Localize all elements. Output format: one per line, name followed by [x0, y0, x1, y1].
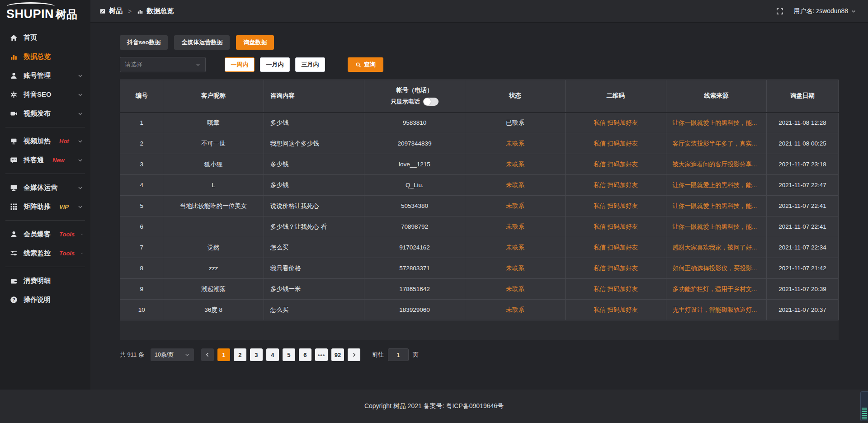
- col-id: 编号: [120, 80, 163, 113]
- cell-source-link[interactable]: 无主灯设计，智能磁吸轨道灯...: [666, 300, 766, 320]
- sidebar-item-home[interactable]: 首页: [0, 28, 90, 47]
- page-button-4[interactable]: 4: [266, 348, 279, 361]
- cell-source-link[interactable]: 让你一眼就爱上的黑科技，能...: [666, 216, 766, 237]
- sidebar-item-douyin-seo[interactable]: 抖音SEO: [0, 85, 90, 104]
- sidebar-item-consume-detail[interactable]: 消费明细: [0, 271, 90, 290]
- sidebar-item-account-mgmt[interactable]: 账号管理: [0, 66, 90, 85]
- person-icon: [10, 230, 18, 238]
- period-button-一月内[interactable]: 一月内: [260, 57, 290, 72]
- search-button[interactable]: 查询: [348, 57, 383, 72]
- sidebar-item-video-publish[interactable]: 视频发布: [0, 104, 90, 123]
- page-button-5[interactable]: 5: [283, 348, 295, 361]
- page-button-92[interactable]: 92: [331, 348, 344, 361]
- floating-widget[interactable]: [860, 391, 868, 421]
- table-row: 3狐小狸多少钱love__1215未联系私信 扫码加好友被大家追着问的客厅投影分…: [120, 154, 839, 175]
- fullscreen-icon[interactable]: [776, 8, 783, 15]
- page-size-select[interactable]: 10条/页: [151, 348, 194, 361]
- cell-qrcode-link[interactable]: 私信 扫码加好友: [566, 133, 666, 154]
- inquiry-table: 编号 客户昵称 咨询内容 帐号（电话） 只显示电话 状态 二维码 线索来源 询盘…: [120, 80, 839, 320]
- cell-qrcode-link[interactable]: 私信 扫码加好友: [566, 300, 666, 320]
- bar-chart-icon: [10, 53, 18, 61]
- cell-date: 2021-11-07 21:42: [767, 258, 839, 279]
- page-button-6[interactable]: 6: [299, 348, 311, 361]
- panel-icon: [99, 8, 106, 14]
- cell-qrcode-link[interactable]: 私信 扫码加好友: [566, 113, 666, 133]
- goto-page-input[interactable]: [388, 348, 409, 361]
- sidebar-item-operation-guide[interactable]: ?操作说明: [0, 290, 90, 309]
- cell-qrcode-link[interactable]: 私信 扫码加好友: [566, 216, 666, 237]
- cell-account: 572803371: [364, 258, 465, 279]
- sidebar-item-label: 账号管理: [24, 71, 51, 80]
- sidebar-item-douketong[interactable]: 抖客通New: [0, 150, 90, 169]
- sidebar-item-label: 抖音SEO: [24, 90, 52, 99]
- page-more-button[interactable]: •••: [315, 348, 328, 361]
- cell-nickname: 狐小狸: [163, 154, 264, 175]
- breadcrumb-current: 数据总览: [146, 7, 174, 15]
- col-date: 询盘日期: [767, 80, 839, 113]
- cell-source-link[interactable]: 如何正确选择投影仪，买投影...: [666, 258, 766, 279]
- period-button-一周内[interactable]: 一周内: [225, 57, 255, 72]
- chat-icon: [10, 156, 18, 164]
- cell-qrcode-link[interactable]: 私信 扫码加好友: [566, 196, 666, 216]
- next-page-button[interactable]: [348, 348, 360, 361]
- col-account: 帐号（电话） 只显示电话: [364, 80, 465, 113]
- cell-source-link[interactable]: 让你一眼就爱上的黑科技，能...: [666, 175, 766, 196]
- chevron-down-icon: [851, 9, 856, 14]
- cell-status: 未联系: [465, 279, 565, 300]
- page-button-2[interactable]: 2: [234, 348, 246, 361]
- page-button-3[interactable]: 3: [250, 348, 263, 361]
- cell-source-link[interactable]: 客厅安装投影半年多了，真实...: [666, 133, 766, 154]
- cell-date: 2021-11-08 00:25: [767, 133, 839, 154]
- chevron-down-icon: [77, 204, 83, 210]
- period-button-三月内[interactable]: 三月内: [295, 57, 325, 72]
- col-nickname: 客户昵称: [163, 80, 264, 113]
- cell-content: 多少钱: [264, 113, 364, 133]
- page-button-1[interactable]: 1: [217, 348, 230, 361]
- sidebar-divider: [5, 220, 85, 221]
- sidebar-item-media-ops[interactable]: 全媒体运营: [0, 178, 90, 197]
- account-select[interactable]: 请选择: [120, 57, 206, 72]
- sidebar-item-label: 视频加热: [24, 137, 51, 146]
- cell-qrcode-link[interactable]: 私信 扫码加好友: [566, 175, 666, 196]
- sidebar-item-clue-monitor[interactable]: 线索监控Tools: [0, 244, 90, 263]
- sidebar-item-matrix-boost[interactable]: 矩阵助推VIP: [0, 197, 90, 216]
- cell-content: 我只看价格: [264, 258, 364, 279]
- tab-inquiry-data[interactable]: 询盘数据: [236, 35, 274, 50]
- cell-qrcode-link[interactable]: 私信 扫码加好友: [566, 279, 666, 300]
- sidebar-item-data-overview[interactable]: 数据总览: [0, 47, 90, 66]
- screen-icon: [10, 137, 18, 145]
- sidebar-item-member-baoke[interactable]: 会员爆客Tools: [0, 225, 90, 244]
- sidebar-item-label: 抖客通: [24, 156, 44, 164]
- cell-source-link[interactable]: 让你一眼就爱上的黑科技，能...: [666, 196, 766, 216]
- cell-source-link[interactable]: 多功能护栏灯，适用于乡村文...: [666, 279, 766, 300]
- cell-qrcode-link[interactable]: 私信 扫码加好友: [566, 258, 666, 279]
- cell-nickname: 哦章: [163, 113, 264, 133]
- cell-id: 10: [120, 300, 163, 320]
- tab-media-ops-data[interactable]: 全媒体运营数据: [174, 35, 230, 50]
- cell-qrcode-link[interactable]: 私信 扫码加好友: [566, 154, 666, 175]
- cell-qrcode-link[interactable]: 私信 扫码加好友: [566, 237, 666, 258]
- cell-source-link[interactable]: 被大家追着问的客厅投影分享...: [666, 154, 766, 175]
- sidebar-item-badge: Hot: [59, 138, 69, 145]
- cell-source-link[interactable]: 让你一眼就爱上的黑科技，能...: [666, 113, 766, 133]
- col-status: 状态: [465, 80, 565, 113]
- user-icon: [10, 72, 18, 80]
- table-row: 6多少钱？让我死心 看70898792未联系私信 扫码加好友让你一眼就爱上的黑科…: [120, 216, 839, 237]
- user-menu[interactable]: 用户名: zswodun88: [793, 7, 856, 15]
- cell-content: 怎么买: [264, 237, 364, 258]
- cell-date: 2021-11-07 22:47: [767, 175, 839, 196]
- cell-source-link[interactable]: 感谢大家喜欢我家，被问了好...: [666, 237, 766, 258]
- search-button-label: 查询: [364, 61, 376, 69]
- cell-status: 未联系: [465, 237, 565, 258]
- breadcrumb: 树品 > 数据总览: [99, 7, 174, 15]
- prev-page-button[interactable]: [201, 348, 214, 361]
- breadcrumb-root[interactable]: 树品: [109, 7, 123, 15]
- tab-douyin-seo-data[interactable]: 抖音seo数据: [120, 35, 168, 50]
- chevron-down-icon: [77, 92, 83, 98]
- phone-only-toggle[interactable]: [423, 98, 439, 106]
- sidebar-item-video-heat[interactable]: 视频加热Hot: [0, 132, 90, 150]
- cell-content: 多少钱一米: [264, 279, 364, 300]
- cell-id: 1: [120, 113, 163, 133]
- sidebar-item-badge: Tools: [59, 250, 75, 257]
- col-source: 线索来源: [666, 80, 766, 113]
